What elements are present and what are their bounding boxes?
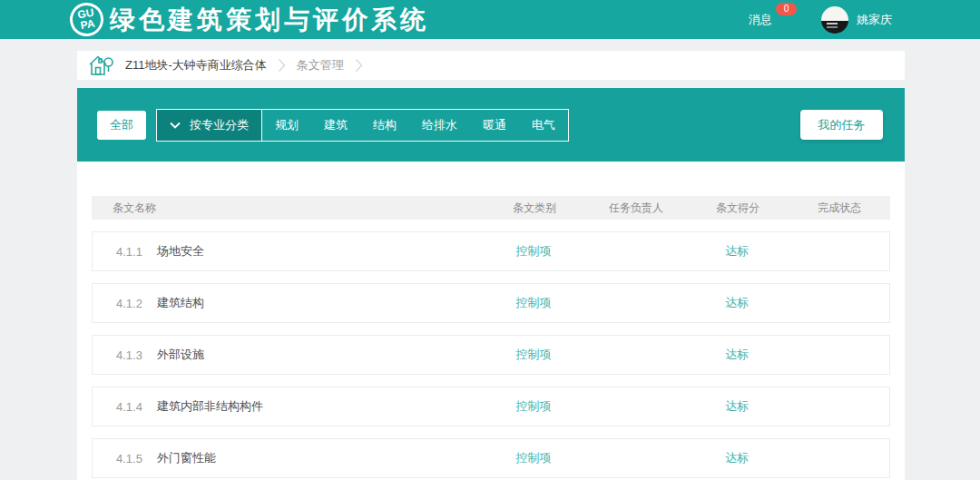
table-row[interactable]: 4.1.4 建筑内部非结构构件 控制项 达标 [92,387,890,426]
tab-plumbing[interactable]: 给排水 [409,110,470,141]
clause-score: 达标 [686,295,788,311]
category-dropdown-label: 按专业分类 [190,117,249,133]
col-header-status: 完成状态 [789,201,890,216]
clause-table: 条文名称 条文类别 任务负责人 条文得分 完成状态 4.1.1 场地安全 控制项… [77,162,905,480]
category-dropdown[interactable]: 按专业分类 [157,110,262,141]
tab-structure[interactable]: 结构 [360,110,409,141]
app-title: 绿色建筑策划与评价系统 [110,3,429,37]
home-icon[interactable] [87,54,114,77]
messages-label: 消息 [749,13,772,26]
clause-name: 场地安全 [157,243,204,260]
breadcrumb-project[interactable]: Z11地块-大钟寺商业综合体 [125,57,267,73]
breadcrumb-page[interactable]: 条文管理 [297,57,344,73]
filter-band: 全部 按专业分类 规划 建筑 结构 给排水 暖通 电气 我的任务 [77,88,905,162]
clause-score: 达标 [686,450,788,466]
col-header-clause-name: 条文名称 [92,201,484,216]
col-header-owner: 任务负责人 [585,201,687,216]
logo-text-bottom: PA [80,18,96,31]
messages-count-badge: 0 [776,3,797,15]
specialty-tab-group: 按专业分类 规划 建筑 结构 给排水 暖通 电气 [156,109,569,142]
clause-score: 达标 [686,243,788,260]
clause-category: 控制项 [483,295,584,311]
user-avatar[interactable] [821,6,848,34]
content-column: Z11地块-大钟寺商业综合体 条文管理 全部 按专业分类 规划 建筑 结构 给排… [77,39,905,480]
clause-name: 外门窗性能 [157,450,216,466]
clause-code: 4.1.4 [116,400,142,414]
clause-score: 达标 [686,347,788,363]
page-background: Z11地块-大钟寺商业综合体 条文管理 全部 按专业分类 规划 建筑 结构 给排… [0,39,980,480]
clause-code: 4.1.1 [116,245,142,259]
chevron-right-icon [278,58,286,73]
table-row[interactable]: 4.1.5 外门窗性能 控制项 达标 [92,438,890,478]
clause-code: 4.1.5 [116,452,142,465]
clause-name: 外部设施 [157,347,204,363]
filter-all-button[interactable]: 全部 [97,111,146,140]
tab-planning[interactable]: 规划 [262,110,311,141]
clause-name: 建筑结构 [157,295,204,311]
tab-electrical[interactable]: 电气 [519,110,568,141]
tab-hvac[interactable]: 暖通 [470,110,519,141]
clause-name: 建筑内部非结构构件 [157,398,263,415]
table-header-row: 条文名称 条文类别 任务负责人 条文得分 完成状态 [92,196,890,220]
messages-button[interactable]: 消息 0 [749,12,772,28]
table-row[interactable]: 4.1.3 外部设施 控制项 达标 [92,335,890,375]
clause-category: 控制项 [483,243,584,260]
clause-category: 控制项 [483,347,584,363]
clause-score: 达标 [686,398,788,415]
user-name[interactable]: 姚家庆 [857,12,892,28]
my-tasks-button[interactable]: 我的任务 [800,110,883,140]
clause-category: 控制项 [483,398,584,415]
breadcrumb: Z11地块-大钟寺商业综合体 条文管理 [77,51,905,80]
clause-code: 4.1.3 [116,348,142,362]
top-header-bar: GU PA 绿色建筑策划与评价系统 消息 0 姚家庆 [0,0,980,39]
col-header-score: 条文得分 [687,201,789,216]
tab-architecture[interactable]: 建筑 [311,110,360,141]
clause-code: 4.1.2 [116,297,142,310]
col-header-category: 条文类别 [484,201,585,216]
clause-category: 控制项 [483,450,584,466]
chevron-right-icon [355,58,363,73]
chevron-down-icon [170,122,181,129]
gupa-logo-icon: GU PA [67,0,106,39]
table-row[interactable]: 4.1.1 场地安全 控制项 达标 [92,231,890,271]
table-row[interactable]: 4.1.2 建筑结构 控制项 达标 [92,283,890,323]
